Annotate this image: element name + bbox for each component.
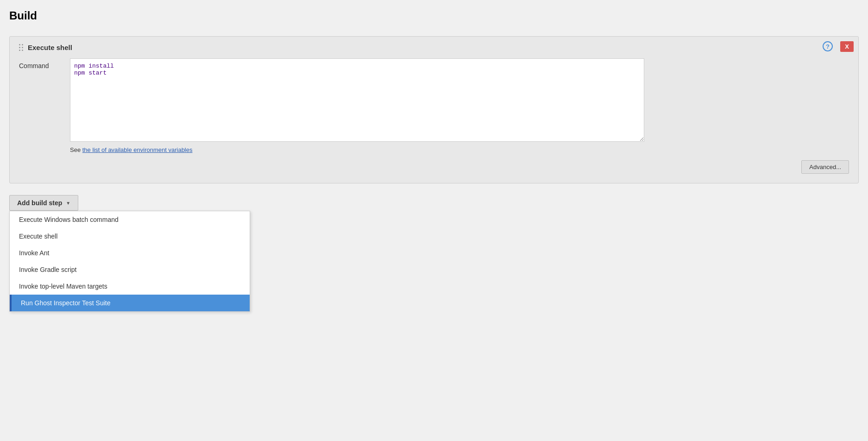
dropdown-item-invoke-maven[interactable]: Invoke top-level Maven targets	[10, 278, 250, 295]
dropdown-item-invoke-ant[interactable]: Invoke Ant	[10, 245, 250, 261]
page-title: Build	[9, 9, 859, 22]
env-variables-link[interactable]: the list of available environment variab…	[82, 146, 193, 153]
add-build-step-button[interactable]: Add build step ▼	[9, 195, 78, 211]
add-build-step-container: Add build step ▼ Execute Windows batch c…	[9, 195, 78, 211]
dropdown-item-invoke-gradle[interactable]: Invoke Gradle script	[10, 261, 250, 278]
execute-shell-card: X ? Execute shell Command npm install np…	[9, 36, 859, 183]
card-title: Execute shell	[28, 44, 72, 51]
card-header: Execute shell	[19, 44, 849, 51]
env-link-prefix: See	[70, 146, 82, 153]
dropdown-item-execute-shell[interactable]: Execute shell	[10, 228, 250, 245]
dropdown-item-execute-windows-batch[interactable]: Execute Windows batch command	[10, 211, 250, 228]
advanced-row: Advanced...	[19, 160, 849, 174]
dropdown-item-run-ghost-inspector[interactable]: Run Ghost Inspector Test Suite	[10, 295, 250, 311]
add-build-step-dropdown: Execute Windows batch command Execute sh…	[9, 211, 250, 312]
advanced-button[interactable]: Advanced...	[801, 160, 849, 174]
command-textarea[interactable]: npm install npm start	[70, 58, 644, 142]
dropdown-arrow-icon: ▼	[66, 201, 70, 206]
command-label: Command	[19, 58, 70, 69]
build-section: X ? Execute shell Command npm install np…	[9, 32, 859, 215]
add-build-step-label: Add build step	[17, 199, 62, 207]
env-link-row: See the list of available environment va…	[70, 146, 849, 153]
help-icon[interactable]: ?	[823, 41, 833, 51]
drag-handle	[19, 44, 23, 51]
command-row: Command npm install npm start	[19, 58, 849, 142]
close-button[interactable]: X	[840, 41, 854, 52]
